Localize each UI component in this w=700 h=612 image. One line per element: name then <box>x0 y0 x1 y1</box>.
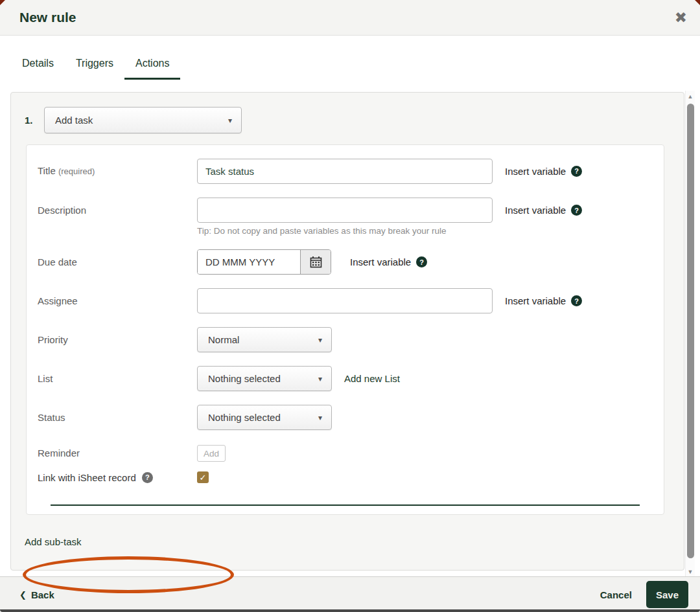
back-chevron-icon: ❮ <box>19 590 27 600</box>
calendar-button[interactable] <box>300 250 331 274</box>
assignee-label: Assignee <box>38 288 197 313</box>
assignee-input[interactable] <box>197 288 493 313</box>
help-icon[interactable]: ? <box>142 472 153 483</box>
tab-actions[interactable]: Actions <box>124 51 180 80</box>
priority-label: Priority <box>38 327 197 352</box>
help-icon[interactable]: ? <box>571 166 582 177</box>
isheet-checkbox[interactable]: ✓ <box>197 471 209 483</box>
isheet-label: Link with iSheet record ? <box>38 472 197 483</box>
task-form-card: Title (required) Insert variable ? Descr… <box>26 144 664 515</box>
isheet-row: Link with iSheet record ? ✓ <box>38 471 653 483</box>
title-row: Title (required) Insert variable ? <box>38 158 653 184</box>
status-value: Nothing selected <box>208 412 281 423</box>
scroll-down-icon[interactable]: ▼ <box>688 567 694 576</box>
insert-variable-link-assignee[interactable]: Insert variable ? <box>505 288 582 313</box>
list-select[interactable]: Nothing selected ▾ <box>197 366 332 391</box>
annotation-corner-top-left <box>0 0 5 5</box>
insert-variable-link-description[interactable]: Insert variable ? <box>505 198 582 223</box>
tab-triggers[interactable]: Triggers <box>65 51 124 80</box>
calendar-icon <box>310 256 322 268</box>
reminder-label: Reminder <box>38 444 197 463</box>
modal-bottom-edge <box>0 609 700 612</box>
priority-value: Normal <box>208 334 239 345</box>
add-new-list-link[interactable]: Add new List <box>344 373 400 384</box>
modal-footer: ❮ Back Cancel Save <box>0 576 700 612</box>
action-index-label: 1. <box>25 115 44 126</box>
annotation-corner-top-right <box>695 0 700 5</box>
action-panel: 1. Add task ▾ Title (required) Insert va… <box>10 92 684 571</box>
reminder-add-button[interactable]: Add <box>197 445 226 462</box>
chevron-down-icon: ▾ <box>318 414 322 422</box>
due-date-group <box>197 249 331 275</box>
tab-content-scroll-area: 1. Add task ▾ Title (required) Insert va… <box>0 91 700 576</box>
add-subtask-link[interactable]: Add sub-task <box>25 536 82 547</box>
help-icon[interactable]: ? <box>416 256 427 267</box>
chevron-down-icon: ▾ <box>228 117 232 124</box>
due-date-row: Due date <box>38 249 653 275</box>
save-button[interactable]: Save <box>646 581 688 608</box>
chevron-down-icon: ▾ <box>318 375 322 383</box>
priority-row: Priority Normal ▾ <box>38 327 653 352</box>
tab-bar: Details Triggers Actions <box>0 36 700 91</box>
title-label: Title (required) <box>38 158 197 184</box>
check-icon: ✓ <box>200 473 207 482</box>
description-label: Description <box>38 198 197 223</box>
tab-details[interactable]: Details <box>11 51 65 80</box>
close-icon[interactable]: ✖ <box>675 10 687 25</box>
new-rule-modal: New rule ✖ Details Triggers Actions 1. A… <box>0 0 700 612</box>
reminder-row: Reminder Add <box>38 444 653 463</box>
insert-variable-link-title[interactable]: Insert variable ? <box>505 159 582 184</box>
cancel-button[interactable]: Cancel <box>600 589 632 600</box>
status-row: Status Nothing selected ▾ <box>38 405 653 430</box>
list-label: List <box>38 366 197 391</box>
assignee-row: Assignee Insert variable ? <box>38 288 653 313</box>
modal-header: New rule ✖ <box>0 0 700 36</box>
title-input[interactable] <box>197 159 493 184</box>
due-date-label: Due date <box>38 249 197 275</box>
action-header-row: 1. Add task ▾ <box>25 107 664 133</box>
list-value: Nothing selected <box>208 373 281 384</box>
help-icon[interactable]: ? <box>571 205 582 216</box>
status-label: Status <box>38 405 197 430</box>
description-tip: Tip: Do not copy and paste variables as … <box>197 226 493 236</box>
status-select[interactable]: Nothing selected ▾ <box>197 405 332 430</box>
list-row: List Nothing selected ▾ Add new List <box>38 366 653 391</box>
vertical-scrollbar[interactable]: ▲ ▼ <box>685 91 695 576</box>
card-divider <box>51 504 640 506</box>
description-row: Description Tip: Do not copy and paste v… <box>38 198 653 236</box>
description-input[interactable] <box>197 198 493 223</box>
scrollbar-thumb[interactable] <box>687 104 694 558</box>
help-icon[interactable]: ? <box>571 295 582 306</box>
insert-variable-link-due-date[interactable]: Insert variable ? <box>350 249 427 275</box>
priority-select[interactable]: Normal ▾ <box>197 327 332 352</box>
action-type-value: Add task <box>55 115 93 126</box>
due-date-input[interactable] <box>198 250 300 274</box>
scroll-up-icon[interactable]: ▲ <box>688 91 694 102</box>
action-type-select[interactable]: Add task ▾ <box>44 107 242 133</box>
chevron-down-icon: ▾ <box>318 336 322 344</box>
modal-title: New rule <box>19 10 675 25</box>
back-button[interactable]: ❮ Back <box>19 589 600 600</box>
